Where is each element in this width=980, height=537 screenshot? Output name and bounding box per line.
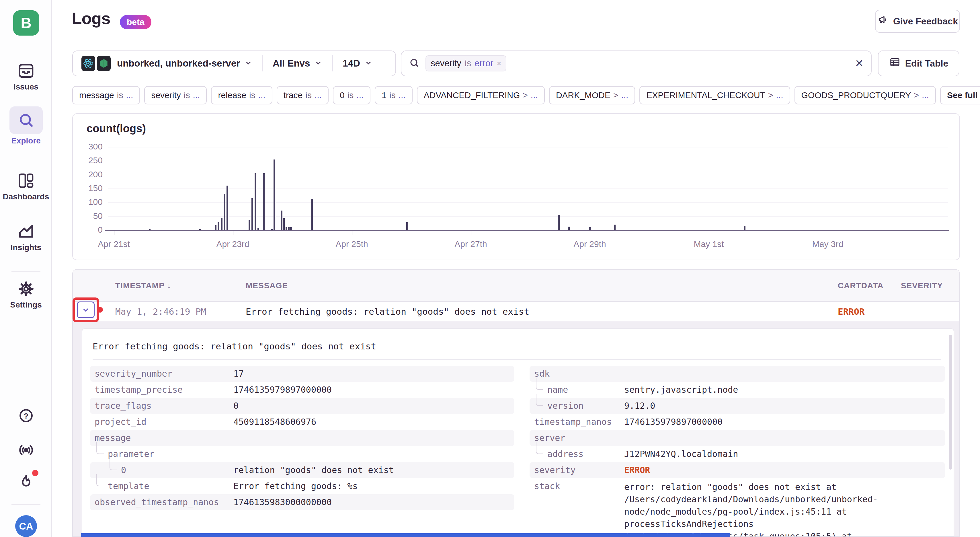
sidebar-item-label: Settings <box>0 300 52 309</box>
chart-bar[interactable] <box>255 173 256 230</box>
avatar[interactable]: CA <box>15 515 37 537</box>
attribute-row-0[interactable]: 0relation "goods" does not exist <box>90 462 514 478</box>
sidebar-item-insights[interactable]: Insights <box>0 222 52 252</box>
chart-bar[interactable] <box>406 222 408 230</box>
token-remove-icon[interactable]: × <box>497 59 501 68</box>
chart-bar[interactable] <box>286 227 287 230</box>
environment-selector[interactable]: All Envs <box>273 58 310 69</box>
chevron-down-icon <box>81 305 91 315</box>
chart-bar[interactable] <box>258 228 259 230</box>
attribute-row-timestamp_precise[interactable]: timestamp_precise1746135979897000000 <box>90 382 514 398</box>
chart-bar[interactable] <box>215 225 216 230</box>
chart-bar[interactable] <box>224 194 225 230</box>
column-header-message[interactable]: MESSAGE <box>246 270 288 302</box>
chart-bar[interactable] <box>568 226 570 230</box>
attribute-row-severity[interactable]: severityERROR <box>530 462 945 478</box>
attribute-row-project_id[interactable]: project_id4509118548606976 <box>90 414 514 430</box>
chart-bar[interactable] <box>283 218 285 230</box>
tree-connector <box>110 458 117 470</box>
chart-bar[interactable] <box>274 159 275 230</box>
column-header-severity[interactable]: SEVERITY <box>901 270 943 302</box>
x-axis-tick-label: Apr 23rd <box>201 239 264 249</box>
attribute-row-stack[interactable]: stackerror: relation "goods" does not ex… <box>530 478 945 494</box>
attribute-row-sdk[interactable]: sdk <box>530 366 945 382</box>
sidebar-item-issues[interactable]: Issues <box>0 62 52 91</box>
filter-chip-message[interactable]: messageis... <box>72 86 140 104</box>
filter-chip-release[interactable]: releaseis... <box>211 86 272 104</box>
chart-bar[interactable] <box>226 186 228 230</box>
attribute-row-address[interactable]: addressJ12PWN42YQ.localdomain <box>530 446 945 462</box>
filter-chip-severity[interactable]: severityis... <box>144 86 207 104</box>
broadcast-icon[interactable] <box>0 442 52 459</box>
chart-bar[interactable] <box>248 220 250 230</box>
chart-bar[interactable] <box>311 199 313 230</box>
attribute-row-message[interactable]: message <box>90 430 514 446</box>
y-axis-tick-label: 300 <box>73 142 103 151</box>
attribute-key: project_id <box>95 414 146 430</box>
attribute-row-server[interactable]: server <box>530 430 945 446</box>
divider <box>92 359 941 360</box>
help-icon[interactable]: ? <box>0 407 52 425</box>
token-operator: is <box>465 58 471 69</box>
detail-scrollbar[interactable] <box>949 335 952 470</box>
chart-bar[interactable] <box>251 198 253 230</box>
attribute-row-name[interactable]: namesentry.javascript.node <box>530 382 945 398</box>
filter-chip-dark_mode[interactable]: DARK_MODE>... <box>549 86 635 104</box>
chart-bar[interactable] <box>290 227 292 230</box>
edit-table-button[interactable]: Edit Table <box>878 51 959 76</box>
attribute-row-trace_flags[interactable]: trace_flags0 <box>90 398 514 414</box>
sidebar-item-dashboards[interactable]: Dashboards <box>0 172 52 201</box>
filter-chip-trace[interactable]: traceis... <box>277 86 329 104</box>
filter-chip-advanced_filtering[interactable]: ADVANCED_FILTERING>... <box>417 86 545 104</box>
project-selector[interactable]: unborked, unborked-server <box>117 58 240 69</box>
chart-bar[interactable] <box>288 227 290 230</box>
log-table-row[interactable]: May 1, 2:46:19 PM Error fetching goods: … <box>73 302 959 321</box>
gridline <box>108 202 948 203</box>
expand-row-button[interactable] <box>77 301 95 318</box>
column-header-timestamp[interactable]: TIMESTAMP ↓ <box>115 270 172 302</box>
filter-chip-1[interactable]: 1is... <box>375 86 412 104</box>
attribute-row-template[interactable]: templateError fetching goods: %s <box>90 478 514 494</box>
column-header-cartdata[interactable]: CARTDATA <box>838 270 883 302</box>
search-filter-token[interactable]: severity is error × <box>425 55 506 72</box>
selected-row-bar[interactable] <box>81 533 730 537</box>
give-feedback-button[interactable]: Give Feedback <box>875 10 960 33</box>
sidebar-item-explore[interactable]: Explore <box>0 107 52 145</box>
chart-bar[interactable] <box>281 210 282 230</box>
chip-ellipsis: ... <box>922 90 929 100</box>
chart-bar[interactable] <box>744 226 746 230</box>
chart-bar[interactable] <box>263 173 265 230</box>
gridline <box>108 216 948 217</box>
x-axis-tick-label: May 3rd <box>796 239 859 249</box>
chart-bar[interactable] <box>614 225 616 230</box>
x-axis-tick <box>352 231 352 235</box>
chart-bar[interactable] <box>149 229 151 230</box>
attribute-row-timestamp_nanos[interactable]: timestamp_nanos1746135979897000000 <box>530 414 945 430</box>
chart-bar[interactable] <box>589 227 591 230</box>
filter-separator <box>332 55 333 72</box>
chip-name: DARK_MODE <box>556 90 611 100</box>
chart-bar[interactable] <box>271 229 273 230</box>
clear-search-icon[interactable]: ✕ <box>855 57 864 69</box>
filter-chip-goods_productquery[interactable]: GOODS_PRODUCTQUERY>... <box>794 86 936 104</box>
chart-bar[interactable] <box>218 222 220 230</box>
chart-plot-area[interactable]: 050100150200250300Apr 21stApr 23rdApr 25… <box>73 114 959 260</box>
logs-table: TIMESTAMP ↓ MESSAGE CARTDATA SEVERITY Ma… <box>72 269 960 537</box>
filter-chip-0[interactable]: 0is... <box>333 86 371 104</box>
insights-icon <box>0 222 52 241</box>
attribute-row-parameter[interactable]: parameter <box>90 446 514 462</box>
search-input[interactable]: severity is error × ✕ <box>401 51 872 76</box>
attribute-row-severity_number[interactable]: severity_number17 <box>90 366 514 382</box>
chart-bar[interactable] <box>199 229 201 230</box>
org-logo[interactable]: B <box>13 10 39 35</box>
flame-icon[interactable] <box>0 473 52 491</box>
filter-chip-experimental_checkout[interactable]: EXPERIMENTAL_CHECKOUT>... <box>640 86 790 104</box>
sidebar-item-settings[interactable]: Settings <box>0 280 52 309</box>
attribute-row-observed_timestamp_nanos[interactable]: observed_timestamp_nanos1746135983000000… <box>90 494 514 510</box>
chart-bar[interactable] <box>221 218 223 230</box>
see-full-list-button[interactable]: See full list <box>940 86 980 104</box>
attribute-row-version[interactable]: version9.12.0 <box>530 398 945 414</box>
date-range-selector[interactable]: 14D <box>343 58 360 69</box>
chip-name: 0 <box>340 90 345 100</box>
chart-bar[interactable] <box>558 215 560 230</box>
